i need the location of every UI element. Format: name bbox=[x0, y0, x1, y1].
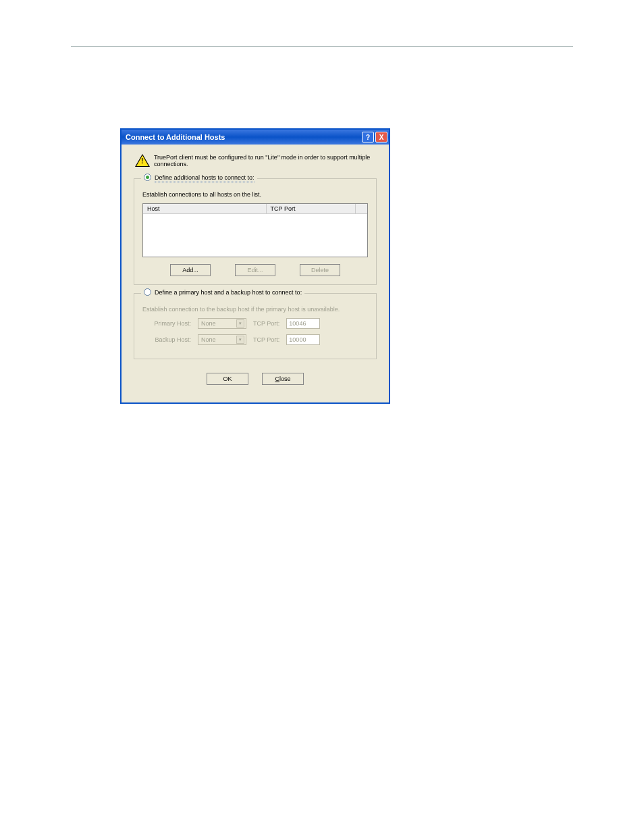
dialog-title: Connect to Additional Hosts bbox=[126, 133, 360, 141]
primary-subtext: Establish connection to the backup host … bbox=[142, 306, 368, 313]
edit-button: Edit... bbox=[235, 264, 275, 276]
chevron-down-icon: ▾ bbox=[236, 319, 244, 328]
radio-primary-backup[interactable] bbox=[144, 288, 151, 296]
close-dialog-button[interactable]: Close bbox=[262, 373, 304, 385]
primary-host-row: Primary Host: None ▾ TCP Port: 10046 bbox=[142, 318, 368, 329]
fieldset-primary-backup: Define a primary host and a backup host … bbox=[134, 293, 377, 359]
title-bar: Connect to Additional Hosts ? X bbox=[122, 130, 389, 145]
table-header: Host TCP Port bbox=[143, 204, 367, 214]
backup-host-label: Backup Host: bbox=[142, 336, 191, 343]
warning-icon: ! bbox=[135, 154, 149, 167]
primary-host-select: None ▾ bbox=[198, 318, 246, 329]
col-spacer bbox=[356, 204, 367, 213]
col-host[interactable]: Host bbox=[143, 204, 267, 213]
radio-additional-hosts[interactable] bbox=[144, 174, 151, 181]
primary-host-value: None bbox=[201, 320, 216, 327]
col-tcp[interactable]: TCP Port bbox=[267, 204, 356, 213]
dialog-footer: OK Close bbox=[128, 367, 382, 394]
help-button[interactable]: ? bbox=[362, 132, 374, 142]
backup-tcp-input: 10000 bbox=[286, 334, 320, 345]
backup-host-select: None ▾ bbox=[198, 334, 246, 345]
horizontal-rule bbox=[71, 46, 573, 47]
radio-row-primary[interactable]: Define a primary host and a backup host … bbox=[141, 288, 304, 296]
backup-host-row: Backup Host: None ▾ TCP Port: 10000 bbox=[142, 334, 368, 345]
add-button[interactable]: Add... bbox=[170, 264, 211, 276]
primary-tcp-label: TCP Port: bbox=[253, 320, 279, 327]
ok-button[interactable]: OK bbox=[207, 373, 248, 385]
fieldset-additional-hosts: Define additional hosts to connect to: E… bbox=[134, 178, 377, 285]
table-buttons: Add... Edit... Delete bbox=[142, 264, 368, 276]
backup-host-value: None bbox=[201, 336, 216, 343]
close-button[interactable]: X bbox=[375, 132, 387, 142]
additional-subtext: Establish connections to all hosts on th… bbox=[142, 191, 368, 198]
backup-tcp-label: TCP Port: bbox=[253, 336, 279, 343]
radio-row-additional[interactable]: Define additional hosts to connect to: bbox=[141, 174, 257, 181]
primary-tcp-input: 10046 bbox=[286, 318, 320, 329]
hosts-table[interactable]: Host TCP Port bbox=[142, 203, 368, 257]
warning-row: ! TruePort client must be configured to … bbox=[135, 154, 382, 167]
delete-button: Delete bbox=[300, 264, 340, 276]
close-label-rest: lose bbox=[279, 375, 291, 382]
dialog-connect-additional-hosts: Connect to Additional Hosts ? X ! TruePo… bbox=[120, 128, 390, 404]
chevron-down-icon: ▾ bbox=[236, 336, 244, 344]
dialog-content: ! TruePort client must be configured to … bbox=[122, 145, 389, 402]
primary-host-label: Primary Host: bbox=[142, 320, 191, 327]
warning-text: TruePort client must be configured to ru… bbox=[154, 154, 382, 167]
radio-label-additional: Define additional hosts to connect to: bbox=[155, 174, 254, 181]
radio-label-primary: Define a primary host and a backup host … bbox=[155, 289, 302, 296]
